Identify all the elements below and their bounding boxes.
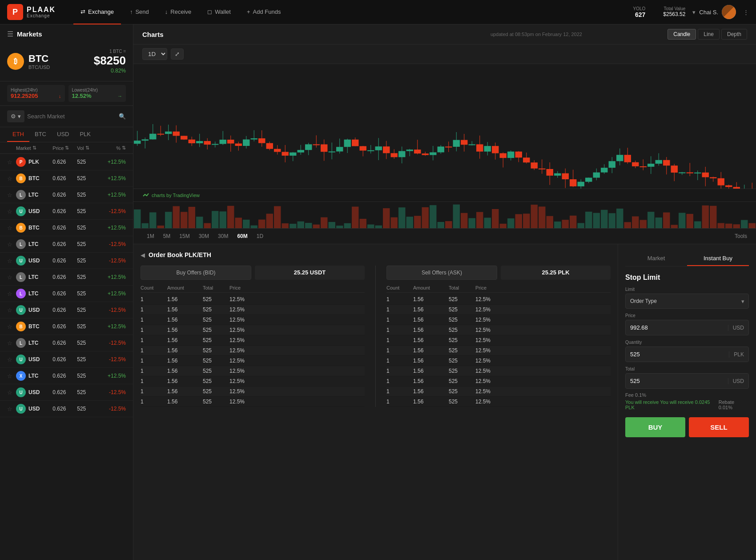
svg-rect-165: [173, 206, 180, 228]
tab-instant-buy[interactable]: Instant Buy: [687, 251, 749, 266]
tools-button[interactable]: Tools: [735, 233, 747, 239]
btc-rate-label: 1 BTC =: [94, 49, 126, 54]
expand-chart-button[interactable]: ⤢: [171, 48, 184, 60]
tab-usd[interactable]: USD: [52, 127, 74, 142]
price-col-header[interactable]: Price ⇅: [52, 145, 77, 151]
time-tab-30m-1[interactable]: 30M: [194, 231, 213, 241]
svg-rect-103: [531, 162, 538, 168]
star-icon[interactable]: ☆: [7, 373, 16, 379]
svg-rect-183: [313, 225, 320, 228]
star-icon[interactable]: ☆: [7, 159, 16, 165]
coin-pct: +12.5%: [101, 274, 126, 280]
list-item[interactable]: ☆ U USD 0.626 525 -12.5%: [0, 302, 133, 318]
star-icon[interactable]: ☆: [7, 208, 16, 215]
svg-rect-69: [398, 151, 405, 157]
svg-rect-190: [367, 225, 374, 228]
svg-rect-206: [492, 209, 499, 228]
search-input[interactable]: [27, 113, 116, 120]
coin-pct: +12.5%: [101, 373, 126, 379]
table-row: 11.5652512.5%: [141, 335, 365, 346]
star-icon[interactable]: ☆: [7, 406, 16, 412]
coin-pct: -12.5%: [101, 208, 126, 214]
list-item[interactable]: ☆ U USD 0.626 525 -12.5%: [0, 253, 133, 269]
star-icon[interactable]: ☆: [7, 274, 16, 281]
coin-pct: +12.5%: [101, 290, 126, 297]
line-button[interactable]: Line: [698, 29, 720, 40]
total-input[interactable]: [626, 374, 728, 388]
tab-receive[interactable]: ↓ Receive: [158, 0, 198, 24]
time-tab-5m[interactable]: 5M: [159, 231, 175, 241]
star-icon[interactable]: ☆: [7, 258, 16, 264]
svg-rect-5: [149, 134, 156, 140]
sell-button[interactable]: SELL: [689, 417, 749, 437]
time-tab-15m[interactable]: 15M: [175, 231, 194, 241]
star-icon[interactable]: ☆: [7, 290, 16, 297]
list-item[interactable]: ☆ L LTC 0.626 525 -12.5%: [0, 236, 133, 253]
star-icon[interactable]: ☆: [7, 241, 16, 248]
buy-offers-button[interactable]: Buy Offers (BID): [141, 266, 251, 280]
list-item[interactable]: ☆ X LTC 0.626 525 +12.5%: [0, 368, 133, 384]
charts-title: Charts: [142, 31, 405, 38]
vol-col-header[interactable]: Vol ⇅: [77, 145, 101, 151]
list-item[interactable]: ☆ P PLK 0.626 525 +12.5%: [0, 154, 133, 170]
order-book-header: ◀ Order Book PLK/ETH: [141, 251, 611, 258]
user-section[interactable]: ▾ Chai S.: [692, 5, 736, 19]
star-icon[interactable]: ☆: [7, 356, 16, 363]
list-item[interactable]: ☆ L LTC 0.626 525 +12.5%: [0, 286, 133, 302]
coin-vol: 525: [77, 307, 101, 313]
tab-market[interactable]: Market: [625, 251, 687, 266]
tab-wallet[interactable]: ◻ Wallet: [200, 0, 238, 24]
svg-rect-27: [235, 144, 242, 146]
list-item[interactable]: ☆ U USD 0.626 525 -12.5%: [0, 351, 133, 368]
high-box: Highest(24hr) 912.25205 ↓: [7, 85, 65, 102]
time-tab-1m[interactable]: 1M: [142, 231, 159, 241]
depth-button[interactable]: Depth: [721, 29, 747, 40]
tab-eth[interactable]: ETH: [7, 127, 29, 142]
list-item[interactable]: ☆ B BTC 0.626 525 +12.5%: [0, 318, 133, 335]
pct-col-header[interactable]: % ⇅: [101, 145, 126, 151]
coin-symbol: USD: [28, 307, 40, 313]
candle-button[interactable]: Candle: [668, 29, 696, 40]
list-item[interactable]: ☆ B BTC 0.626 525 +12.5%: [0, 170, 133, 187]
market-col-header[interactable]: Market ⇅: [16, 145, 52, 151]
gear-button[interactable]: ⚙ ▾: [7, 110, 24, 122]
time-tab-1d[interactable]: 1D: [252, 231, 268, 241]
svg-rect-79: [438, 146, 444, 152]
price-input[interactable]: [626, 320, 728, 335]
search-icon[interactable]: 🔍: [119, 113, 126, 120]
star-icon[interactable]: ☆: [7, 340, 16, 346]
hamburger-icon[interactable]: ☰: [7, 30, 13, 38]
list-item[interactable]: ☆ L LTC 0.626 525 +12.5%: [0, 269, 133, 286]
sell-offers-button[interactable]: Sell Offers (ASK): [386, 266, 497, 280]
tab-add-funds[interactable]: + Add Funds: [240, 0, 288, 24]
buy-button[interactable]: BUY: [625, 417, 685, 437]
order-type-select[interactable]: Order Type Limit Market Stop: [625, 294, 749, 309]
star-icon[interactable]: ☆: [7, 323, 16, 330]
svg-rect-135: [655, 160, 662, 164]
star-icon[interactable]: ☆: [7, 389, 16, 396]
svg-rect-65: [383, 146, 390, 153]
list-item[interactable]: ☆ U USD 0.626 525 -12.5%: [0, 203, 133, 220]
list-item[interactable]: ☆ U USD 0.626 525 -12.5%: [0, 384, 133, 401]
more-options-icon[interactable]: ⋮: [743, 9, 749, 16]
list-item[interactable]: ☆ U USD 0.626 525 -12.5%: [0, 401, 133, 417]
star-icon[interactable]: ☆: [7, 175, 16, 182]
tab-send[interactable]: ↑ Send: [123, 0, 156, 24]
svg-rect-188: [352, 207, 358, 228]
time-tab-30m-2[interactable]: 30M: [213, 231, 233, 241]
coin-icon: B: [16, 322, 26, 331]
quantity-input[interactable]: [626, 347, 729, 362]
collapse-icon[interactable]: ◀: [141, 252, 145, 258]
tab-btc[interactable]: BTC: [29, 127, 52, 142]
time-interval-select[interactable]: 1D 1H 4H: [142, 48, 167, 60]
time-tab-60m[interactable]: 60M: [233, 231, 252, 241]
star-icon[interactable]: ☆: [7, 225, 16, 231]
star-icon[interactable]: ☆: [7, 192, 16, 198]
tab-plk[interactable]: PLK: [74, 127, 96, 142]
star-icon[interactable]: ☆: [7, 307, 16, 314]
receive-icon: ↓: [165, 8, 168, 15]
tab-exchange[interactable]: ⇄ Exchange: [73, 0, 121, 24]
list-item[interactable]: ☆ L LTC 0.626 525 -12.5%: [0, 335, 133, 351]
list-item[interactable]: ☆ B BTC 0.626 525 +12.5%: [0, 220, 133, 236]
list-item[interactable]: ☆ L LTC 0.626 525 +12.5%: [0, 187, 133, 203]
